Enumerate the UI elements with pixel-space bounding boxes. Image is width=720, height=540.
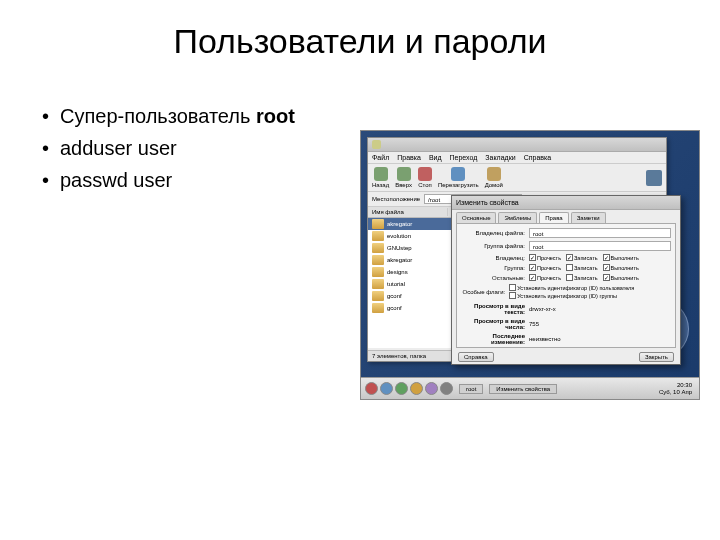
textview-value: drwxr-xr-x (529, 306, 556, 312)
checkbox-label: Записать (574, 255, 598, 261)
lastmod-label: Последнее изменение: (461, 333, 525, 345)
toolbar-label: Назад (372, 182, 389, 188)
menu-bookmarks[interactable]: Закладки (485, 154, 515, 161)
home-icon (487, 167, 501, 181)
menu-view[interactable]: Вид (429, 154, 442, 161)
perm-group-label: Группа: (461, 265, 525, 271)
other-exec-checkbox[interactable]: ✓Выполнить (603, 274, 639, 281)
menubar: Файл Правка Вид Переход Закладки Справка (368, 152, 666, 164)
owner-read-checkbox[interactable]: ✓Прочесть (529, 254, 561, 261)
checkbox-label: Записать (574, 265, 598, 271)
up-button[interactable]: Вверх (395, 167, 412, 188)
menu-edit[interactable]: Правка (397, 154, 421, 161)
window-icon (372, 140, 381, 149)
tab-emblems[interactable]: Эмблемы (498, 212, 537, 223)
tab-bar: Основные Эмблемы Права Заметки (452, 210, 680, 223)
start-button-icon[interactable] (365, 382, 378, 395)
checkbox-label: Установить идентификатор (ID) пользовате… (517, 285, 634, 291)
tab-notes[interactable]: Заметки (571, 212, 606, 223)
dialog-footer: Справка Закрыть (452, 352, 680, 366)
reload-button[interactable]: Перезагрузить (438, 167, 479, 188)
checkbox-label: Выполнить (611, 275, 639, 281)
taskbar-task[interactable]: Изменить свойства (489, 384, 557, 394)
checkbox-label: Прочесть (537, 265, 561, 271)
menu-go[interactable]: Переход (450, 154, 478, 161)
back-button[interactable]: Назад (372, 167, 389, 188)
stop-button[interactable]: Стоп (418, 167, 432, 188)
taskbar: root Изменить свойства 20:30 Суб, 10 Апр (361, 377, 699, 399)
other-write-checkbox[interactable]: Записать (566, 274, 598, 281)
checkbox-label: Прочесть (537, 275, 561, 281)
taskbar-icon[interactable] (380, 382, 393, 395)
toolbar-label: Вверх (395, 182, 412, 188)
toolbar: Назад Вверх Стоп Перезагрузить Домой (368, 164, 666, 192)
dialog-title: Изменить свойства (456, 196, 519, 210)
folder-icon (372, 255, 384, 265)
col-name[interactable]: Имя файла (368, 208, 448, 216)
bullet-item: passwd user (40, 165, 340, 195)
location-label: Местоположение (372, 196, 420, 202)
folder-icon (372, 231, 384, 241)
setuid-checkbox[interactable]: Установить идентификатор (ID) пользовате… (509, 284, 634, 291)
checkbox-label: Выполнить (611, 265, 639, 271)
bullet-item: Супер-пользователь root (40, 101, 340, 131)
folder-icon (372, 291, 384, 301)
perm-owner-label: Владелец: (461, 255, 525, 261)
file-name: GNUstep (387, 245, 412, 251)
taskbar-icon[interactable] (425, 382, 438, 395)
bullet-bold: root (256, 105, 295, 127)
slide-title: Пользователи и пароли (0, 0, 720, 61)
lastmod-value: неизвестно (529, 336, 561, 342)
stop-icon (418, 167, 432, 181)
dialog-titlebar[interactable]: Изменить свойства (452, 196, 680, 210)
taskbar-task[interactable]: root (459, 384, 483, 394)
help-button[interactable]: Справка (458, 352, 494, 362)
owner-field[interactable]: root (529, 228, 671, 238)
file-name: gconf (387, 293, 402, 299)
home-button[interactable]: Домой (485, 167, 503, 188)
file-name: akregator (387, 257, 412, 263)
file-name: designs (387, 269, 408, 275)
back-icon (374, 167, 388, 181)
group-read-checkbox[interactable]: ✓Прочесть (529, 264, 561, 271)
textview-label: Просмотр в виде текста: (461, 303, 525, 315)
setgid-checkbox[interactable]: Установить идентификатор (ID) группы (509, 292, 617, 299)
folder-icon (372, 303, 384, 313)
perm-other-label: Остальные: (461, 275, 525, 281)
status-text: 7 элементов, папка (372, 353, 426, 359)
group-label: Группа файла: (461, 243, 525, 249)
tab-basic[interactable]: Основные (456, 212, 496, 223)
window-titlebar[interactable] (368, 138, 666, 152)
checkbox-label: Установить идентификатор (ID) группы (517, 293, 617, 299)
toolbar-label: Домой (485, 182, 503, 188)
file-name: gconf (387, 305, 402, 311)
menu-file[interactable]: Файл (372, 154, 389, 161)
taskbar-clock[interactable]: 20:30 Суб, 10 Апр (659, 382, 695, 395)
group-exec-checkbox[interactable]: ✓Выполнить (603, 264, 639, 271)
clock-time: 20:30 (659, 382, 692, 389)
taskbar-icon[interactable] (440, 382, 453, 395)
desktop-screenshot: Файл Правка Вид Переход Закладки Справка… (360, 130, 700, 400)
toolbar-label: Перезагрузить (438, 182, 479, 188)
taskbar-icon[interactable] (410, 382, 423, 395)
bullet-item: adduser user (40, 133, 340, 163)
owner-exec-checkbox[interactable]: ✓Выполнить (603, 254, 639, 261)
taskbar-icon[interactable] (395, 382, 408, 395)
close-button[interactable]: Закрыть (639, 352, 674, 362)
folder-icon (372, 267, 384, 277)
other-read-checkbox[interactable]: ✓Прочесть (529, 274, 561, 281)
bullet-text: Супер-пользователь (60, 105, 256, 127)
group-write-checkbox[interactable]: Записать (566, 264, 598, 271)
folder-icon (372, 243, 384, 253)
menu-help[interactable]: Справка (524, 154, 551, 161)
folder-icon (372, 279, 384, 289)
folder-icon (372, 219, 384, 229)
file-name: akregator (387, 221, 412, 227)
special-label: Особые флаги: (461, 289, 505, 295)
group-field[interactable]: root (529, 241, 671, 251)
owner-write-checkbox[interactable]: ✓Записать (566, 254, 598, 261)
tab-permissions[interactable]: Права (539, 212, 568, 223)
file-name: evolution (387, 233, 411, 239)
toolbar-label: Стоп (418, 182, 432, 188)
reload-icon (451, 167, 465, 181)
